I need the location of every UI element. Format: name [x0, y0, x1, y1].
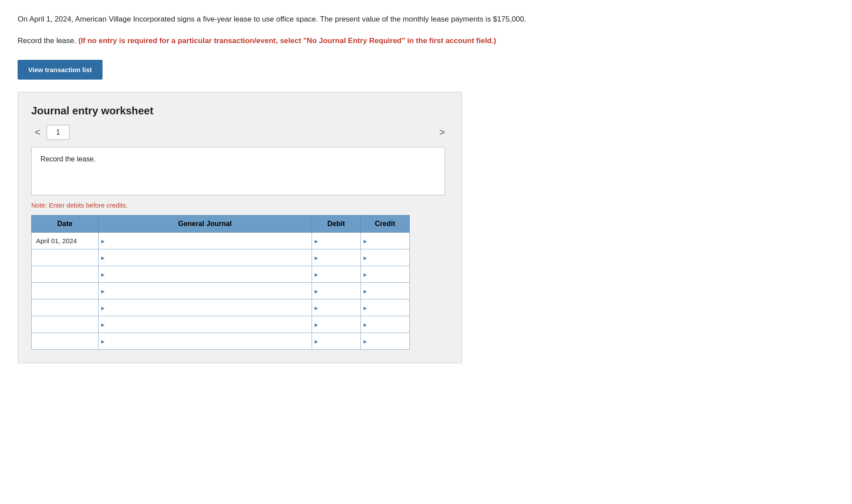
nav-left-arrow[interactable]: <: [31, 125, 44, 140]
journal-cell[interactable]: [98, 283, 312, 299]
table-row: [32, 283, 410, 299]
table-row: [32, 316, 410, 333]
table-row: [32, 299, 410, 316]
date-cell[interactable]: [32, 266, 99, 283]
header-credit: Credit: [360, 215, 409, 233]
nav-row: < 1 >: [31, 125, 448, 140]
instruction-prefix: Record the lease.: [18, 37, 78, 45]
credit-cell[interactable]: [360, 299, 409, 316]
header-debit: Debit: [312, 215, 360, 233]
table-row: [32, 333, 410, 350]
debit-cell[interactable]: [312, 299, 360, 316]
debit-cell[interactable]: [312, 233, 360, 249]
journal-cell[interactable]: [98, 316, 312, 333]
debit-cell[interactable]: [312, 333, 360, 350]
date-cell[interactable]: [32, 333, 99, 350]
worksheet-container: Journal entry worksheet < 1 > Record the…: [18, 92, 462, 363]
journal-cell[interactable]: [98, 233, 312, 249]
credit-cell[interactable]: [360, 283, 409, 299]
credit-cell[interactable]: [360, 249, 409, 266]
journal-cell[interactable]: [98, 299, 312, 316]
credit-cell[interactable]: [360, 316, 409, 333]
journal-cell[interactable]: [98, 249, 312, 266]
nav-right-arrow[interactable]: >: [436, 125, 448, 140]
date-cell[interactable]: [32, 283, 99, 299]
header-date: Date: [32, 215, 99, 233]
journal-cell[interactable]: [98, 266, 312, 283]
intro-paragraph: On April 1, 2024, American Village Incor…: [18, 13, 612, 25]
debit-cell[interactable]: [312, 283, 360, 299]
date-cell[interactable]: April 01, 2024: [32, 233, 99, 249]
debit-cell[interactable]: [312, 316, 360, 333]
table-row: [32, 249, 410, 266]
journal-cell[interactable]: [98, 333, 312, 350]
instruction-paragraph: Record the lease. (If no entry is requir…: [18, 35, 612, 47]
header-general-journal: General Journal: [98, 215, 312, 233]
debit-cell[interactable]: [312, 266, 360, 283]
table-row: April 01, 2024: [32, 233, 410, 249]
page-number-box: 1: [47, 125, 70, 140]
view-transaction-button[interactable]: View transaction list: [18, 60, 103, 80]
worksheet-title: Journal entry worksheet: [31, 105, 448, 117]
journal-table: Date General Journal Debit Credit April …: [31, 215, 410, 350]
date-cell[interactable]: [32, 249, 99, 266]
credit-cell[interactable]: [360, 266, 409, 283]
date-cell[interactable]: [32, 316, 99, 333]
description-box: Record the lease.: [31, 147, 445, 195]
credit-cell[interactable]: [360, 333, 409, 350]
debit-cell[interactable]: [312, 249, 360, 266]
note-text: Note: Enter debits before credits.: [31, 201, 448, 209]
table-row: [32, 266, 410, 283]
credit-cell[interactable]: [360, 233, 409, 249]
date-cell[interactable]: [32, 299, 99, 316]
instruction-bold-red: (If no entry is required for a particula…: [78, 37, 496, 45]
